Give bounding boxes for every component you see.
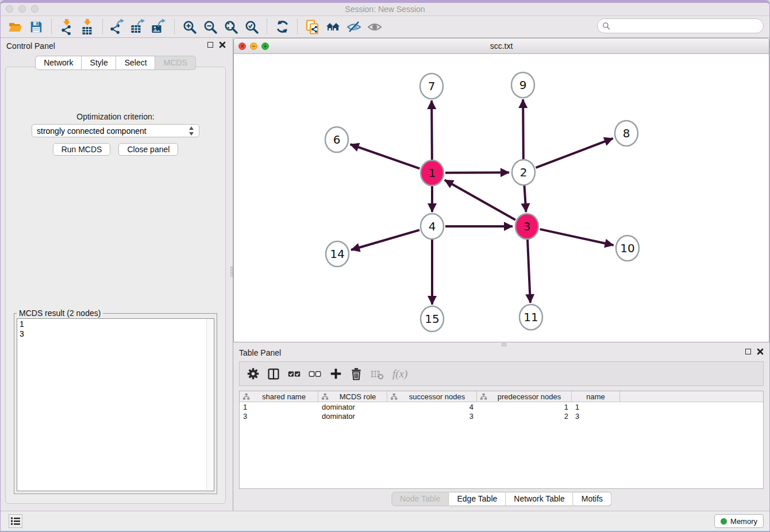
- table-row[interactable]: 1dominator411: [240, 402, 763, 411]
- graph-edge-1-2[interactable]: [445, 172, 509, 173]
- graph-node-2[interactable]: 2: [512, 160, 535, 185]
- memory-button[interactable]: Memory: [714, 514, 764, 528]
- delete-column-button[interactable]: [348, 365, 365, 383]
- network-window-titlebar[interactable]: × − + scc.txt: [234, 38, 769, 54]
- tab-mcds[interactable]: MCDS: [156, 56, 196, 70]
- close-panel-icon[interactable]: [757, 348, 764, 355]
- tab-network[interactable]: Network: [35, 56, 82, 70]
- export-image-button[interactable]: [151, 18, 168, 36]
- svg-text:1: 1: [429, 166, 436, 180]
- zoom-fit-button[interactable]: [222, 18, 240, 36]
- split-view-button[interactable]: [265, 365, 282, 383]
- graph-edge-3-10[interactable]: [540, 229, 613, 245]
- save-session-button[interactable]: [28, 18, 45, 36]
- table-cell[interactable]: 2: [477, 412, 572, 421]
- graph-node-9[interactable]: 9: [511, 72, 534, 98]
- graph-node-1[interactable]: 1: [421, 160, 444, 186]
- search-input[interactable]: [597, 18, 764, 33]
- column-header-name[interactable]: name: [572, 391, 620, 402]
- graph-node-3[interactable]: 3: [515, 214, 538, 239]
- tab-network-table[interactable]: Network Table: [506, 492, 573, 506]
- deselect-all-button[interactable]: [306, 365, 324, 383]
- add-column-button[interactable]: [327, 365, 344, 383]
- float-panel-icon[interactable]: [207, 42, 213, 48]
- node-table[interactable]: shared nameMCDS rolesuccessor nodesprede…: [239, 391, 764, 489]
- column-header-shared-name[interactable]: shared name: [240, 391, 318, 402]
- table-row[interactable]: 3dominator323: [240, 411, 763, 421]
- mcds-result-scrollbar[interactable]: [206, 319, 214, 491]
- select-all-button[interactable]: [286, 365, 303, 383]
- import-network-button[interactable]: [58, 18, 75, 36]
- open-session-button[interactable]: [7, 18, 24, 36]
- graph-edge-2-3[interactable]: [524, 186, 526, 212]
- graph-edge-3-1[interactable]: [445, 180, 515, 219]
- table-cell[interactable]: 3: [572, 412, 620, 421]
- toolbar-separator: [297, 19, 298, 35]
- zoom-in-button[interactable]: [181, 18, 198, 36]
- zoom-out-button[interactable]: [202, 18, 219, 36]
- graph-node-6[interactable]: 6: [325, 127, 348, 152]
- run-mcds-button[interactable]: Run MCDS: [53, 143, 111, 156]
- mcds-result-text[interactable]: 1 3: [17, 318, 214, 491]
- column-settings-button[interactable]: [244, 365, 261, 383]
- column-header-MCDS-role[interactable]: MCDS role: [318, 391, 387, 402]
- close-panel-icon[interactable]: [219, 41, 226, 48]
- table-cell[interactable]: 4: [387, 403, 477, 411]
- clone-network-button[interactable]: [304, 18, 321, 36]
- task-history-button[interactable]: [9, 514, 22, 528]
- hierarchy-icon: [390, 393, 398, 400]
- show-home-button[interactable]: [325, 18, 342, 36]
- close-panel-button[interactable]: Close panel: [118, 143, 178, 156]
- table-cell[interactable]: 1: [572, 403, 620, 411]
- zoom-selected-button[interactable]: [243, 18, 260, 36]
- graph-edge-2-9[interactable]: [523, 99, 523, 159]
- tab-motifs[interactable]: Motifs: [573, 492, 611, 506]
- graph-edge-3-11[interactable]: [528, 240, 530, 303]
- graph-node-11[interactable]: 11: [519, 304, 542, 330]
- graph-node-10[interactable]: 10: [616, 236, 639, 261]
- column-header-predecessor-nodes[interactable]: predecessor nodes: [477, 391, 572, 402]
- network-canvas[interactable]: 7968124314101511: [234, 54, 769, 342]
- tab-style[interactable]: Style: [82, 56, 117, 70]
- apply-layout-button[interactable]: [274, 18, 291, 36]
- tab-select[interactable]: Select: [117, 56, 156, 70]
- table-panel-title: Table Panel: [239, 348, 281, 357]
- import-table-button[interactable]: [79, 18, 96, 36]
- column-header-successor-nodes[interactable]: successor nodes: [387, 391, 477, 402]
- function-builder-button[interactable]: f(x): [389, 365, 414, 383]
- float-panel-icon[interactable]: [745, 349, 751, 354]
- table-cell[interactable]: 1: [240, 403, 318, 411]
- chevron-up-down-icon: [188, 126, 194, 136]
- graph-node-14[interactable]: 14: [326, 241, 349, 267]
- graph-node-8[interactable]: 8: [615, 121, 638, 146]
- svg-text:14: 14: [330, 247, 344, 261]
- hierarchy-icon: [480, 393, 487, 400]
- table-cell[interactable]: 1: [477, 403, 572, 411]
- graph-node-15[interactable]: 15: [421, 306, 444, 331]
- network-graph[interactable]: 7968124314101511: [234, 54, 769, 342]
- mcds-result-fieldset: MCDS result (2 nodes) 1 3: [14, 313, 217, 494]
- graph-edge-4-14[interactable]: [351, 230, 419, 250]
- table-cell[interactable]: dominator: [318, 403, 387, 411]
- table-cell[interactable]: 3: [387, 412, 477, 421]
- graph-edge-1-6[interactable]: [351, 144, 420, 168]
- export-network-button[interactable]: [109, 18, 126, 36]
- export-table-button[interactable]: [130, 18, 147, 36]
- graph-edge-2-8[interactable]: [536, 138, 613, 168]
- graph-edge-1-7[interactable]: [432, 101, 432, 160]
- optimization-criterion-dropdown[interactable]: strongly connected component: [32, 124, 199, 137]
- svg-text:8: 8: [623, 126, 630, 140]
- divider-grip[interactable]: [230, 267, 233, 277]
- hierarchy-icon: [242, 393, 250, 400]
- table-header-row: shared nameMCDS rolesuccessor nodesprede…: [240, 391, 763, 402]
- tab-edge-table[interactable]: Edge Table: [449, 492, 506, 506]
- delete-table-button[interactable]: [368, 365, 386, 383]
- table-cell[interactable]: 3: [240, 412, 318, 421]
- graph-node-4[interactable]: 4: [421, 214, 444, 239]
- tab-node-table[interactable]: Node Table: [391, 492, 449, 506]
- table-cell[interactable]: dominator: [318, 412, 387, 421]
- graph-node-7[interactable]: 7: [420, 74, 443, 99]
- hide-graphics-details-button[interactable]: [345, 18, 363, 36]
- birds-eye-view-button[interactable]: [366, 18, 383, 36]
- column-header-label: predecessor nodes: [487, 392, 571, 401]
